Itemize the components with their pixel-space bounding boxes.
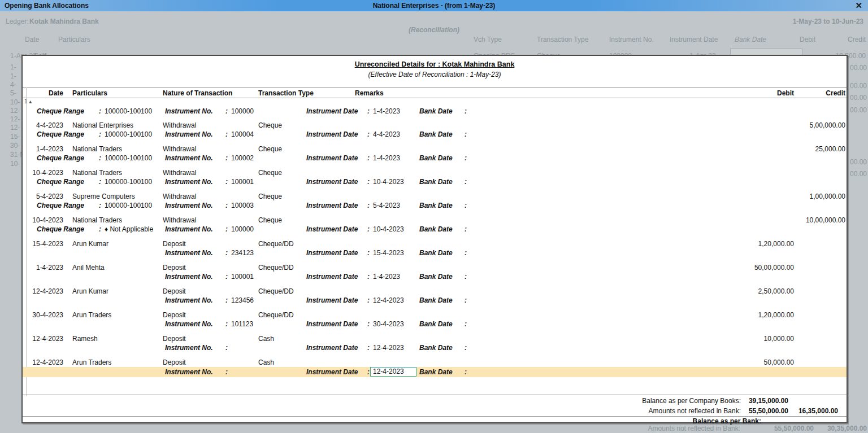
colon: :	[367, 107, 370, 115]
bg-date-fragment: 1-	[10, 72, 16, 80]
bg-col-credit: Credit	[815, 36, 866, 43]
unreconciled-row[interactable]: 1-4-2023National TradersWithdrawalCheque…	[23, 145, 847, 168]
row-transaction-type: Cheque/DD	[258, 287, 294, 295]
colon: :	[225, 296, 228, 304]
instrument-date-label: Instrument Date	[306, 202, 358, 209]
row-debit-amount: 1,20,000.00	[701, 311, 794, 319]
row-main-line: 1-4-2023National TradersWithdrawalCheque…	[23, 145, 847, 154]
colon: :	[465, 130, 467, 138]
colon: :	[225, 178, 228, 186]
cheque-range-value: 100000-100100	[105, 202, 152, 209]
colon: :	[99, 178, 101, 186]
ledger-value: Kotak Mahindra Bank	[29, 18, 99, 25]
instrument-date-input[interactable]: 12-4-2023	[370, 367, 416, 377]
instrument-date-label: Instrument Date	[306, 368, 358, 376]
unreconciled-row[interactable]: 12-4-2023Arun KumarDepositCheque/DD2,50,…	[23, 287, 847, 310]
row-nature-of-transaction: Withdrawal	[163, 169, 196, 177]
bg-amount-fragment: 00.00	[844, 82, 867, 90]
row-credit-amount: 25,000.00	[752, 145, 845, 153]
row-nature-of-transaction: Deposit	[163, 311, 186, 319]
unreconciled-row[interactable]: 4-4-2023National EnterprisesWithdrawalCh…	[23, 121, 847, 145]
unreconciled-row[interactable]: 15-4-2023Arun KumarDepositCheque/DD1,20,…	[23, 239, 847, 263]
row-main-line: 10-4-2023National TradersWithdrawalChequ…	[23, 169, 847, 177]
bank-date-label: Bank Date	[419, 178, 453, 186]
instrument-date-label: Instrument Date	[306, 178, 358, 186]
instrument-date-value: 12-4-2023	[373, 296, 404, 304]
colon: :	[367, 296, 370, 304]
summary-divider-top	[23, 395, 847, 395]
instrument-no-label: Instrument No.	[165, 154, 213, 162]
row-nature-of-transaction: Withdrawal	[163, 145, 196, 153]
row-date: 30-4-2023	[28, 311, 63, 319]
unreconciled-row[interactable]: 5-4-2023Supreme ComputersWithdrawalChequ…	[23, 192, 847, 216]
row-nature-of-transaction: Deposit	[163, 335, 186, 343]
colon: :	[225, 368, 228, 376]
colon: :	[367, 249, 370, 257]
unreconciled-row[interactable]: 10-4-2023National TradersWithdrawalChequ…	[23, 216, 847, 239]
instrument-no-value: 100004	[231, 130, 254, 138]
row-particulars: National Traders	[72, 145, 122, 153]
instrument-no-value: 100000	[231, 225, 254, 233]
colon: :	[99, 225, 101, 233]
unreconciled-rows-list: Cheque Range:100000-100100Instrument No.…	[23, 98, 847, 382]
row-debit-amount: 1,20,000.00	[701, 240, 794, 248]
row-detail-line: Instrument No.:Instrument Date:12-4-2023…	[23, 344, 847, 352]
row-transaction-type: Cash	[258, 358, 274, 366]
colon: :	[367, 225, 370, 233]
instrument-no-value: 100001	[231, 178, 254, 186]
row-particulars: Arun Traders	[72, 311, 111, 319]
col-nature-of-transaction: Nature of Transaction	[163, 89, 232, 97]
row-particulars: Ramesh	[72, 335, 98, 343]
row-particulars: Supreme Computers	[72, 193, 135, 200]
colon: :	[465, 320, 467, 328]
unreconciled-row[interactable]: 1-4-2023Anil MehtaDepositCheque/DD50,00,…	[23, 263, 847, 287]
colon: :	[225, 344, 228, 352]
unreconciled-row[interactable]: 10-4-2023National TradersWithdrawalChequ…	[23, 168, 847, 192]
col-credit: Credit	[752, 89, 845, 97]
row-transaction-type: Cheque	[258, 121, 282, 129]
instrument-no-value: 100003	[231, 202, 254, 209]
row-credit-amount: 10,00,000.00	[752, 216, 845, 224]
title-bar: Opening Bank Allocations National Enterp…	[0, 0, 868, 11]
instrument-no-value: 123456	[231, 296, 254, 304]
row-main-line: 5-4-2023Supreme ComputersWithdrawalChequ…	[23, 193, 847, 201]
company-books-debit: 39,15,000.00	[695, 397, 788, 405]
row-date: 12-4-2023	[28, 287, 63, 295]
unreconciled-row[interactable]: 30-4-2023Arun TradersDepositCheque/DD1,2…	[23, 310, 847, 334]
unreconciled-row[interactable]: 12-4-2023Arun TradersDepositCash50,000.0…	[23, 358, 847, 382]
colon: :	[465, 225, 467, 233]
row-detail-line: Cheque Range:100000-100100Instrument No.…	[23, 154, 847, 163]
colon: :	[465, 344, 467, 352]
instrument-no-label: Instrument No.	[165, 178, 213, 186]
row-particulars: National Traders	[72, 216, 122, 224]
instrument-date-value: 12-4-2023	[373, 344, 404, 352]
cheque-range-label: Cheque Range	[37, 107, 84, 115]
instrument-no-value: 101123	[231, 320, 253, 328]
unreconciled-row[interactable]: Cheque Range:100000-100100Instrument No.…	[23, 98, 847, 121]
colon: :	[99, 154, 101, 162]
instrument-date-value: 4-4-2023	[373, 130, 400, 138]
close-icon[interactable]: ✕	[855, 1, 862, 11]
colon: :	[367, 154, 370, 162]
bg-col-vch-type: Vch Type	[474, 36, 502, 43]
row-date: 12-4-2023	[28, 335, 63, 343]
unreconciled-row[interactable]: 12-4-2023RameshDepositCash10,000.00Instr…	[23, 334, 847, 358]
instrument-date-value: 10-4-2023	[373, 225, 404, 233]
row-main-line: 12-4-2023Arun KumarDepositCheque/DD2,50,…	[23, 287, 847, 296]
bg-amount-fragment: 00.00	[844, 170, 867, 178]
row-detail-line: Cheque Range:100000-100100Instrument No.…	[23, 107, 847, 116]
instrument-no-label: Instrument No.	[165, 296, 213, 304]
row-detail-line-selected: Instrument No.:Instrument Date:12-4-2023…	[23, 367, 847, 377]
bank-date-label: Bank Date	[419, 296, 453, 304]
bg-date-fragment: 12-	[10, 115, 20, 123]
colon: :	[367, 344, 370, 352]
instrument-date-value: 15-4-2023	[373, 249, 404, 257]
bg-footer-credit: 30,35,000.00	[816, 425, 867, 432]
instrument-date-value: 5-4-2023	[373, 202, 400, 209]
colon: :	[465, 249, 467, 257]
bg-col-instrument-date: Instrument Date	[670, 36, 718, 43]
bg-date-fragment: 10-	[10, 98, 20, 106]
row-date: 10-4-2023	[28, 169, 63, 177]
bg-date-fragment: 1-	[10, 63, 16, 71]
bg-date-fragment: 10-	[10, 160, 20, 168]
